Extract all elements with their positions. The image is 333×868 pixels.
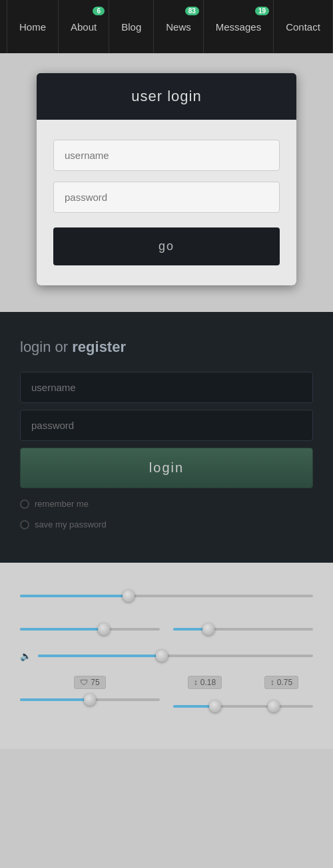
section-dark-login: login or register login remember me save…: [0, 312, 333, 563]
labeled-right2-value: 0.75: [277, 678, 292, 687]
dark-password-input[interactable]: [20, 410, 313, 441]
labeled-slider-left: 🛡 75: [20, 676, 160, 706]
section-sliders: 🔈 🛡 75: [0, 563, 333, 749]
labeled-right2-thumb[interactable]: [268, 700, 280, 712]
arrow-icon-2: ↕: [270, 678, 274, 687]
save-password-label: save my password: [35, 519, 107, 529]
login-button[interactable]: login: [20, 448, 313, 488]
volume-track: [38, 654, 313, 657]
labeled-left-badge: 🛡 75: [74, 676, 105, 689]
remember-me-radio[interactable]: [20, 500, 29, 509]
remember-me-row: remember me: [20, 499, 313, 509]
nav-label-about: About: [71, 21, 97, 33]
volume-icon: 🔈: [20, 651, 31, 661]
half-left-thumb[interactable]: [98, 623, 110, 635]
save-password-row: save my password: [20, 519, 313, 529]
nav-label-home: Home: [19, 21, 46, 33]
volume-row: 🔈: [20, 649, 313, 662]
arrow-icon-1: ↕: [194, 678, 198, 687]
half-sliders-row: [20, 623, 313, 636]
nav-item-contact[interactable]: Contact: [274, 0, 333, 53]
dark-username-input[interactable]: [20, 372, 313, 403]
nav-item-blog[interactable]: Blog: [109, 0, 154, 53]
volume-slider[interactable]: [38, 649, 313, 662]
half-slider-left[interactable]: [20, 623, 160, 636]
labeled-right1-value: 0.18: [200, 678, 216, 687]
dark-login-title: login or register: [20, 339, 313, 356]
full-slider-fill: [20, 595, 129, 597]
dark-title-bold: register: [72, 339, 126, 355]
username-input[interactable]: [53, 140, 280, 171]
nav-item-home[interactable]: Home: [7, 0, 59, 53]
login-card-header: user login: [37, 73, 296, 120]
save-password-radio[interactable]: [20, 520, 29, 529]
nav-label-messages: Messages: [216, 21, 261, 33]
shield-icon: 🛡: [80, 678, 88, 687]
nav-badge-about: 6: [93, 7, 105, 15]
labeled-sliders-row: 🛡 75 ↕ 0.18 ↕ 0.75: [20, 676, 313, 713]
half-left-track: [20, 628, 160, 631]
nav-badge-news: 83: [185, 7, 199, 15]
login-card: user login go: [37, 73, 296, 285]
nav-item-news[interactable]: News 83: [154, 0, 204, 53]
labeled-left-fill: [20, 698, 90, 701]
nav-item-about[interactable]: About 6: [59, 0, 109, 53]
dark-title-normal: login or: [20, 339, 72, 355]
nav-label-blog: Blog: [121, 21, 141, 33]
labeled-right-track: [173, 705, 313, 708]
labeled-left-slider[interactable]: [20, 693, 160, 706]
labeled-left-value: 75: [91, 678, 99, 687]
half-left-fill: [20, 628, 104, 631]
half-right-track: [173, 628, 313, 631]
nav-label-news: News: [166, 21, 191, 33]
labeled-left-thumb[interactable]: [84, 694, 96, 706]
nav-label-contact: Contact: [286, 21, 320, 33]
full-slider-thumb[interactable]: [123, 590, 135, 602]
navbar: Home About 6 Blog News 83 Messages 19 Co…: [0, 0, 333, 53]
labeled-right-slider[interactable]: [173, 700, 313, 713]
labeled-right1-thumb[interactable]: [209, 700, 221, 712]
remember-me-label: remember me: [35, 499, 89, 509]
section-light-login: user login go: [0, 53, 333, 312]
full-slider[interactable]: [20, 589, 313, 603]
half-slider-right[interactable]: [173, 623, 313, 636]
login-card-body: go: [37, 120, 296, 285]
volume-thumb[interactable]: [156, 650, 168, 662]
go-button[interactable]: go: [53, 227, 280, 265]
labeled-right1-badge: ↕ 0.18: [188, 676, 222, 689]
full-slider-track: [20, 595, 313, 597]
volume-fill: [38, 654, 162, 657]
nav-badge-messages: 19: [255, 7, 269, 15]
nav-item-messages[interactable]: Messages 19: [204, 0, 274, 53]
password-input[interactable]: [53, 182, 280, 213]
labeled-right2-badge: ↕ 0.75: [264, 676, 298, 689]
login-card-title: user login: [50, 88, 283, 105]
half-right-thumb[interactable]: [202, 623, 214, 635]
